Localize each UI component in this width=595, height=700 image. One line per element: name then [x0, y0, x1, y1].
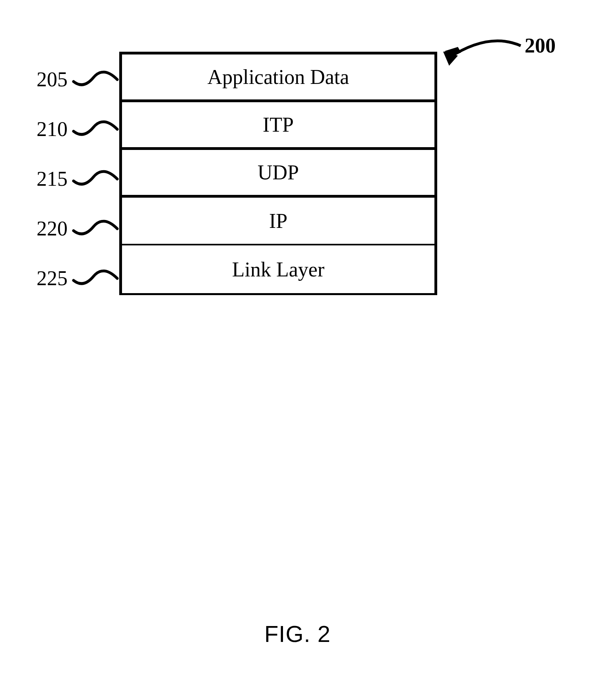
layer-label: Application Data	[207, 65, 349, 89]
ref-connector-4	[72, 266, 123, 290]
layer-udp: UDP	[122, 150, 434, 198]
layer-label: Link Layer	[232, 258, 324, 281]
figure-canvas: 200 205 210 215 220 225 Application Data…	[0, 0, 595, 700]
main-reference-number: 200	[525, 34, 556, 57]
main-reference-arrow	[429, 28, 525, 76]
ref-connector-2	[72, 167, 123, 191]
layer-itp: ITP	[122, 102, 434, 150]
ref-connector-3	[72, 217, 123, 241]
ref-label-4: 225	[24, 266, 68, 290]
layer-ip: IP	[122, 198, 434, 245]
ref-connector-1	[72, 117, 123, 141]
ref-label-3: 220	[24, 217, 68, 240]
ref-label-1: 210	[24, 117, 68, 141]
layer-label: IP	[269, 209, 287, 233]
figure-caption: FIG. 2	[0, 620, 595, 647]
layer-application-data: Application Data	[122, 54, 434, 102]
layer-link: Link Layer	[122, 245, 434, 293]
protocol-stack: Application Data ITP UDP IP Link Layer	[119, 52, 437, 295]
layer-label: ITP	[263, 113, 294, 136]
ref-label-0: 205	[24, 68, 68, 91]
ref-label-2: 215	[24, 167, 68, 191]
layer-label: UDP	[258, 161, 299, 184]
ref-connector-0	[72, 68, 123, 91]
